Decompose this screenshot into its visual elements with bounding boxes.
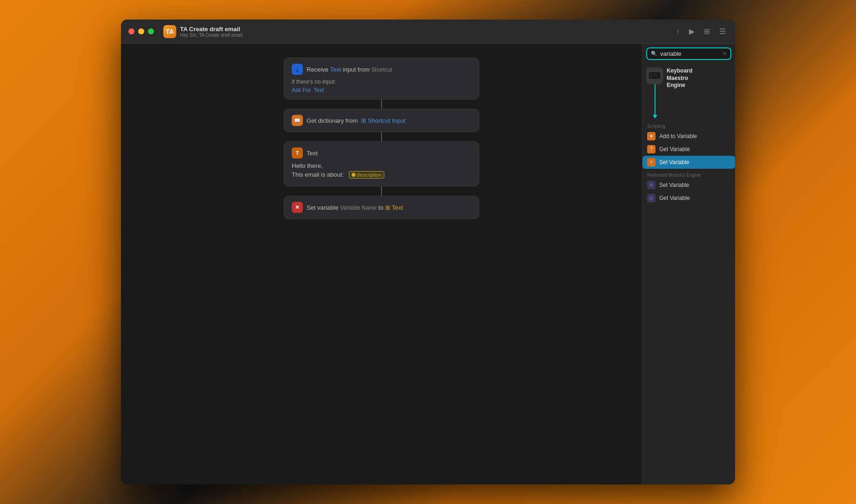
action-set-var-header: ✕ Set variable Variable Name to ⊞ Text (292, 202, 471, 213)
dropdown-arrow-head (653, 115, 657, 119)
connector-2 (381, 132, 382, 141)
text-title: Text (307, 150, 318, 157)
action-receive[interactable]: ↓ Receive Text input from Shortcut If th… (284, 58, 479, 99)
action-text[interactable]: T Text Hello there, This email is about:… (284, 141, 479, 186)
text-link[interactable]: Text (314, 87, 324, 93)
close-button[interactable] (128, 28, 134, 34)
km-set-var-icon: S (647, 181, 655, 189)
text-line-2: This email is about: description (292, 171, 471, 179)
receive-title: Receive Text input from Shortcut (307, 66, 392, 73)
search-clear-button[interactable]: ✕ (722, 51, 727, 57)
connector-3 (381, 186, 382, 196)
search-input-wrapper[interactable]: 🔍 ✕ (646, 47, 731, 60)
window-title: TA Create draft email (180, 26, 242, 33)
result-get-variable[interactable]: ? Get Variable (642, 143, 735, 156)
traffic-lights (128, 28, 154, 34)
km-set-var-label: Set Variable (659, 182, 689, 188)
window-subtitle: Hey Siri, TA Create draft email (180, 33, 242, 38)
description-badge: description (349, 171, 384, 179)
share-button[interactable]: ↑ (674, 26, 682, 38)
set-var-title: Set variable Variable Name to ⊞ Text (307, 204, 403, 211)
action-text-header: T Text (292, 147, 471, 159)
app-icon: TA (163, 25, 176, 38)
ask-for-link[interactable]: Ask For (292, 87, 311, 93)
result-add-to-variable[interactable]: + Add to Variable (642, 130, 735, 143)
grid-button[interactable]: ⊞ (702, 25, 712, 38)
main-window: TA TA Create draft email Hey Siri, TA Cr… (121, 20, 735, 484)
set-variable-icon: = (647, 158, 655, 166)
km-result-get-variable[interactable]: G Get Variable (642, 192, 735, 205)
add-variable-icon: + (647, 132, 655, 140)
get-dict-title: Get dictionary from ⊞ Shortcut Input (307, 117, 406, 124)
app-icon-title: TA TA Create draft email Hey Siri, TA Cr… (163, 25, 242, 38)
km-engine-section-label: Keyboard Maestro Engine (642, 169, 735, 179)
get-variable-label: Get Variable (659, 146, 690, 153)
add-variable-label: Add to Variable (659, 133, 697, 139)
play-button[interactable]: ▶ (687, 25, 696, 38)
connector-1 (381, 99, 382, 109)
receive-content: If there's no input: Ask For Text (292, 75, 471, 93)
get-dict-icon: 📖 (292, 115, 303, 126)
text-content: Hello there, This email is about: descri… (292, 159, 471, 179)
action-set-variable[interactable]: ✕ Set variable Variable Name to ⊞ Text (284, 196, 479, 219)
results-section: Scripting + Add to Variable ? Get Variab… (642, 122, 735, 484)
action-get-dict[interactable]: 📖 Get dictionary from ⊞ Shortcut Input (284, 109, 479, 132)
km-engine-suggestion[interactable]: ⌨ KeyboardMaestroEngine (642, 64, 735, 122)
set-var-icon: ✕ (292, 202, 303, 213)
main-content: ↓ Receive Text input from Shortcut If th… (121, 44, 735, 484)
scripting-label: Scripting (642, 122, 735, 130)
menu-button[interactable]: ☰ (717, 25, 728, 38)
title-bar: TA TA Create draft email Hey Siri, TA Cr… (121, 20, 735, 44)
result-set-variable[interactable]: = Set Variable (642, 156, 735, 169)
search-icon: 🔍 (651, 51, 657, 57)
search-input[interactable] (660, 50, 720, 57)
dropdown-arrow-line (655, 84, 655, 116)
minimize-button[interactable] (138, 28, 144, 34)
set-variable-label: Set Variable (659, 159, 689, 166)
km-engine-name: KeyboardMaestroEngine (667, 67, 692, 89)
km-get-var-label: Get Variable (659, 195, 690, 201)
maximize-button[interactable] (148, 28, 154, 34)
badge-dot (352, 173, 355, 177)
text-icon: T (292, 147, 303, 159)
text-line-1: Hello there, (292, 162, 471, 169)
get-variable-icon: ? (647, 145, 655, 153)
canvas-area[interactable]: ↓ Receive Text input from Shortcut If th… (121, 44, 642, 484)
receive-icon: ↓ (292, 64, 303, 75)
km-engine-icon: ⌨ (646, 67, 663, 84)
km-result-set-variable[interactable]: S Set Variable (642, 179, 735, 192)
action-receive-header: ↓ Receive Text input from Shortcut (292, 64, 471, 75)
right-sidebar: 🔍 ✕ ⌨ KeyboardMaestroEngine Scripting (642, 44, 735, 484)
km-engine-text: KeyboardMaestroEngine (667, 67, 692, 89)
title-bar-actions: ↑ ▶ ⊞ ☰ (674, 25, 728, 38)
title-text: TA Create draft email Hey Siri, TA Creat… (180, 26, 242, 38)
action-get-dict-header: 📖 Get dictionary from ⊞ Shortcut Input (292, 115, 471, 126)
km-get-var-icon: G (647, 194, 655, 202)
search-box: 🔍 ✕ (642, 44, 735, 64)
